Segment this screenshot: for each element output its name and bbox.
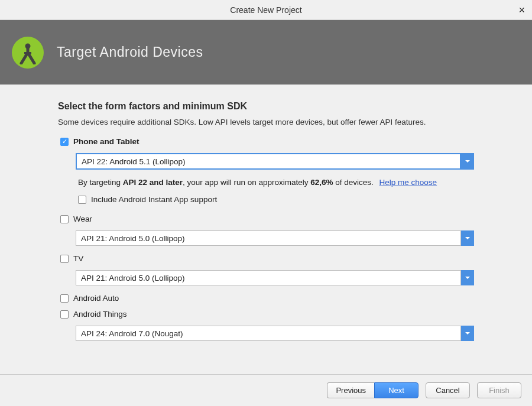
page-title: Target Android Devices (57, 44, 203, 60)
tv-row: TV (60, 254, 474, 263)
tv-api-value[interactable]: API 21: Android 5.0 (Lollipop) (76, 270, 461, 285)
wear-label: Wear (73, 215, 92, 223)
finish-button: Finish (477, 382, 521, 398)
things-api-dropdown[interactable]: API 24: Android 7.0 (Nougat) (76, 326, 474, 341)
tv-api-dropdown[interactable]: API 21: Android 5.0 (Lollipop) (76, 270, 474, 285)
content-area: Select the form factors and minimum SDK … (0, 85, 532, 361)
section-title: Select the form factors and minimum SDK (58, 101, 474, 112)
previous-button[interactable]: Previous (327, 382, 374, 398)
api-coverage-hint: By targeting API 22 and later, your app … (78, 178, 474, 187)
phone-tablet-row: Phone and Tablet (60, 137, 474, 146)
next-button[interactable]: Next (374, 382, 419, 398)
auto-label: Android Auto (73, 294, 119, 303)
chevron-down-icon[interactable] (461, 153, 474, 170)
phone-tablet-api-dropdown[interactable]: API 22: Android 5.1 (Lollipop) (76, 153, 474, 170)
wear-checkbox[interactable] (60, 215, 69, 223)
wear-row: Wear (60, 215, 474, 223)
chevron-down-icon[interactable] (461, 230, 474, 246)
footer-bar: Previous Next Cancel Finish (0, 374, 532, 406)
instant-app-row: Include Android Instant App support (78, 195, 474, 204)
close-icon[interactable]: × (518, 5, 525, 15)
wear-api-dropdown[interactable]: API 21: Android 5.0 (Lollipop) (76, 230, 474, 246)
tv-checkbox[interactable] (60, 255, 69, 263)
things-label: Android Things (73, 310, 127, 319)
nav-button-group: Previous Next (327, 382, 419, 398)
svg-rect-1 (24, 52, 31, 54)
section-description: Some devices require additional SDKs. Lo… (58, 118, 474, 126)
phone-tablet-api-value[interactable]: API 22: Android 5.1 (Lollipop) (76, 153, 461, 170)
phone-tablet-label: Phone and Tablet (73, 137, 140, 146)
cancel-button[interactable]: Cancel (426, 382, 470, 398)
things-api-value[interactable]: API 24: Android 7.0 (Nougat) (76, 326, 461, 341)
auto-checkbox[interactable] (60, 294, 69, 303)
things-row: Android Things (60, 310, 474, 319)
tv-label: TV (73, 254, 83, 263)
chevron-down-icon[interactable] (461, 270, 474, 285)
window-title: Create New Project (230, 5, 301, 15)
phone-tablet-checkbox[interactable] (60, 138, 69, 146)
wear-api-value[interactable]: API 21: Android 5.0 (Lollipop) (76, 230, 461, 246)
title-bar: Create New Project × (0, 0, 532, 20)
android-studio-logo-icon (12, 37, 44, 69)
chevron-down-icon[interactable] (461, 326, 474, 341)
instant-app-checkbox[interactable] (78, 196, 86, 204)
things-checkbox[interactable] (60, 310, 69, 319)
help-me-choose-link[interactable]: Help me choose (379, 178, 437, 187)
auto-row: Android Auto (60, 294, 474, 303)
instant-app-label: Include Android Instant App support (91, 195, 217, 204)
header-banner: Target Android Devices (0, 20, 532, 85)
